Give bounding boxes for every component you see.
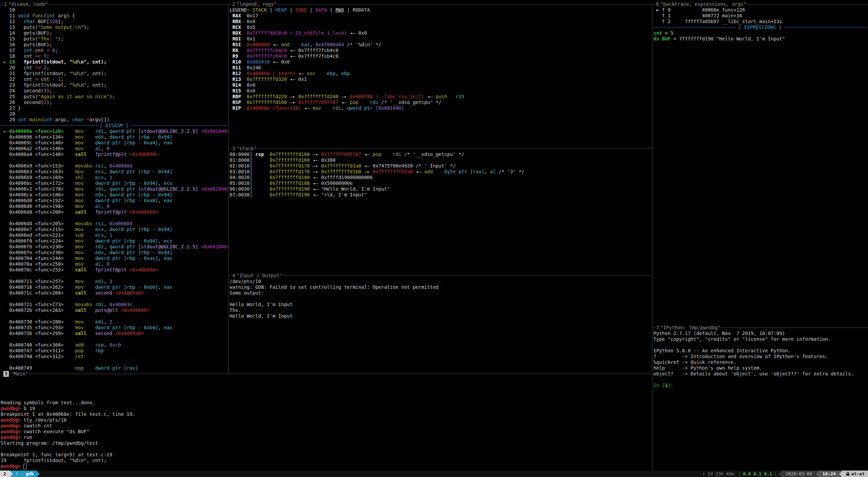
pane-io[interactable]: /dev/pts/10warning: GDB: Failed to set c… xyxy=(230,279,651,319)
separator-line xyxy=(653,27,737,28)
terminal-line: warning: GDB: Failed to set controlling … xyxy=(230,284,651,290)
status-right: ↑ 1d 23h 49m ⟨ 0.0 0.1 0.1 ⟨ 2020-03-06 … xyxy=(701,471,868,477)
terminal-line: RCX 0x5 xyxy=(230,24,651,30)
terminal-line xyxy=(1,359,228,365)
terminal-line: Hello World, I'm Input xyxy=(230,302,651,307)
border-line xyxy=(276,4,652,4)
terminal-line: RBP 0x7fffffffd220 —▸ 0x7fffffffd240 —▸ … xyxy=(230,94,651,100)
terminal-line: 20 cnt *= 2; xyxy=(1,65,228,71)
pane-disasm-code[interactable]: 10 11 void func(int arg) { 12 char BUF[1… xyxy=(1,7,228,371)
terminal-line: Type "copyright", "credits" or "license"… xyxy=(653,336,867,342)
terminal-line: 25 puts("Again as it was so nice"); xyxy=(1,94,228,100)
terminal-line: 27 } xyxy=(1,105,228,111)
terminal-line: R8 0x7ffff7fcb4c0 ◂— 0x7ffff7fcb4c0 xyxy=(230,48,651,53)
terminal-line: Reading symbols from test...done. xyxy=(1,400,651,406)
pane-title-stack: 3 "stack" xyxy=(228,146,652,152)
pane-main-gdb[interactable]: Reading symbols from test...done.pwndbg>… xyxy=(1,400,651,469)
powerline-arrow xyxy=(10,471,13,477)
terminal-line: RAX 0x17 xyxy=(230,13,651,19)
terminal-line xyxy=(1,157,228,163)
load-average: 0.0 0.1 0.1 xyxy=(743,471,772,477)
pane-title-label: "Main" xyxy=(11,371,28,377)
terminal-line: pwndbg> run xyxy=(1,435,651,440)
terminal-line: IPython 5.8.0 -- An enhanced Interactive… xyxy=(653,348,867,354)
terminal-line xyxy=(653,342,867,348)
pane-stack[interactable]: 00:0000│ rsp 0x7fffffffd160 —▸ 0x7ffff7b… xyxy=(230,152,651,198)
tmux-status-bar: 2 1 › gdb ↑ 1d 23h 49m ⟨ 0.0 0.1 0.1 ⟨ 2… xyxy=(0,471,868,477)
terminal-line: 03:0018│ 0x7fffffffd178 —▸ 0x7fffffffd1b… xyxy=(230,169,651,175)
hostname-display: at-at xyxy=(843,471,868,477)
separator-line xyxy=(1,125,98,126)
separator-line xyxy=(783,27,867,28)
border-line xyxy=(228,148,232,149)
terminal-line: RBX 0x0 xyxy=(230,19,651,24)
pane-title-main: 5 "Main" xyxy=(0,371,652,377)
terminal-line: /dev/pts/10 xyxy=(230,279,651,284)
lock-icon xyxy=(846,472,850,476)
window-name: gdb xyxy=(25,471,33,477)
terminal-line: ► 0x40068e <func+126> mov rdi, qword ptr… xyxy=(1,128,228,134)
border-line xyxy=(48,4,228,4)
pane-title-label: "stack" xyxy=(236,146,256,152)
pane-ipython[interactable]: Python 2.7.17 (default, Nov 7 2019, 10:0… xyxy=(653,331,867,388)
terminal-line: 14 gets(BUF); xyxy=(1,30,228,36)
terminal-line: 0x400704 <func+244> mov dword ptr [rbp -… xyxy=(1,255,228,261)
window-separator: › xyxy=(21,471,23,477)
pane-number: 3 xyxy=(232,146,236,152)
terminal-line: LEGEND: STACK | HEAP | CODE | DATA | RWX… xyxy=(230,7,651,13)
terminal-line: Some output: xyxy=(230,290,651,296)
tmux-session: 1 "disasm, code" 2 "legend, regs" 3 "sta… xyxy=(0,0,868,477)
pane-number: 2 xyxy=(232,1,236,7)
terminal-line: Starting program: /tmp/pwndbg/test xyxy=(1,440,651,446)
pane-title-label: "legend, regs" xyxy=(236,1,276,7)
window-tab-gdb[interactable]: 1 › gdb xyxy=(13,471,36,477)
session-badge-label: 2 xyxy=(3,471,6,477)
border-line xyxy=(652,328,655,328)
terminal-line: 18 cnt += 5; xyxy=(1,53,228,59)
terminal-line: pwndbg> cwatch cnt xyxy=(1,423,651,429)
terminal-line: RSI 0x40080d ◂— and eax, 0x4f000a64 /* '… xyxy=(230,42,651,48)
terminal-line: %quickref -> Quick reference. xyxy=(653,359,867,365)
terminal-line: object? -> Details about 'object', use '… xyxy=(653,371,867,377)
terminal-line: 00:0000│ rsp 0x7fffffffd160 —▸ 0x7ffff7b… xyxy=(230,152,651,157)
terminal-line: 0x40071c <func+268> call second <0x4005a… xyxy=(1,290,228,296)
pane-title-label: "backtrace, expressions, args" xyxy=(660,1,746,7)
terminal-line: 19 fprintf(stdout, "%d\n", cnt); xyxy=(1,458,651,463)
terminal-line: Python 2.7.17 (default, Nov 7 2019, 10:0… xyxy=(653,331,867,336)
terminal-line: pwndbg> b 19 xyxy=(1,406,651,411)
terminal-line: 0x400696 <func+134> mov edx, dword ptr [… xyxy=(1,134,228,140)
pane-title-label: "IPython: tmp/pwndbg" xyxy=(660,325,720,331)
terminal-line: RIP 0x40068e (func+126) ◂— mov rdi, qwor… xyxy=(230,105,651,111)
terminal-line: 0x400721 <func+273> movabs rdi, 0x40083c xyxy=(1,302,228,307)
terminal-line: pwndbg> cwatch execute "ds BUF" xyxy=(1,429,651,435)
terminal-line: R14 0x0 xyxy=(230,82,651,88)
terminal-line: 0x4006bc <func+172> mov dword ptr [rbp -… xyxy=(1,180,228,186)
terminal-line: cnt = 5 xyxy=(653,30,867,36)
terminal-line xyxy=(1,296,228,302)
pane-legend-regs[interactable]: LEGEND: STACK | HEAP | CODE | DATA | RWX… xyxy=(230,7,651,111)
terminal-line xyxy=(1,336,228,342)
terminal-line: 0x4006b9 <func+169> shl ecx, 1 xyxy=(1,175,228,180)
pane-divider-right[interactable] xyxy=(652,4,652,471)
separator-label: [ DISASM ] xyxy=(98,123,130,128)
terminal-line: 0x4006d8 <func+200> call fprintf@plt <0x… xyxy=(1,209,228,215)
expressions-separator: [ EXPRESSIONS ] xyxy=(653,24,867,30)
terminal-line: 0x4006a9 <func+153> movabs rsi, 0x40080d xyxy=(1,163,228,169)
border-line xyxy=(28,374,652,374)
uptime: ↑ 1d 23h 49m xyxy=(701,471,736,477)
terminal-line: 17 int cnt = 0; xyxy=(1,48,228,53)
border-line xyxy=(746,4,868,4)
powerline-arrow xyxy=(839,471,843,477)
pane-number: 6 xyxy=(655,1,659,7)
terminal-line: 0x4006f6 <func+230> mov rdi, qword ptr [… xyxy=(1,244,228,250)
pane-divider-left[interactable] xyxy=(228,4,229,374)
powerline-arrow xyxy=(816,471,819,477)
terminal-line: ds BUF = 7fffffffd190 "Hello World, I'm … xyxy=(653,36,867,42)
terminal-line: 0x40073b <func+299> call second <0x4005a… xyxy=(1,331,228,336)
terminal-line: Thx. xyxy=(230,307,651,313)
pane-number: 1 xyxy=(3,1,7,7)
border-line xyxy=(256,148,652,149)
session-badge[interactable]: 2 xyxy=(0,471,10,477)
terminal-line: pwndbg> xyxy=(1,463,651,469)
clock-display: 10:24 xyxy=(819,471,839,477)
